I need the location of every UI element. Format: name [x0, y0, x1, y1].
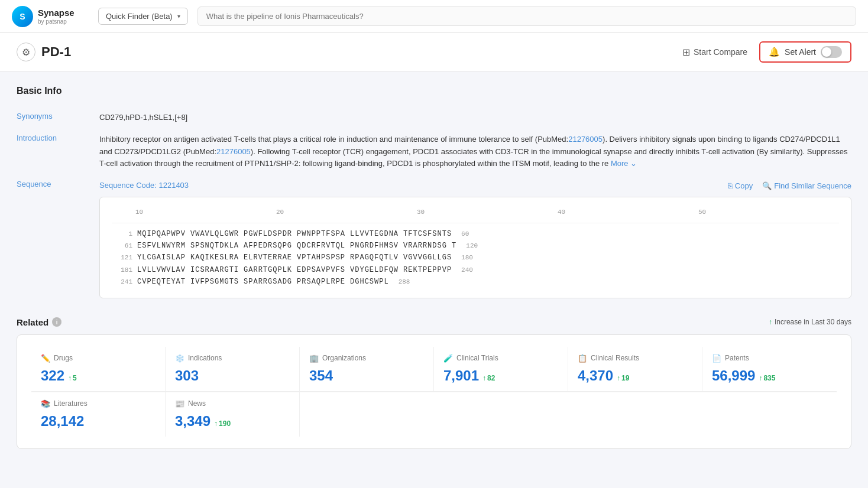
page-icon: ⚙: [17, 43, 35, 61]
copy-button[interactable]: ⎘ Copy: [728, 181, 753, 190]
sequence-label: Sequence: [17, 175, 99, 302]
find-similar-button[interactable]: 🔍 Find Similar Sequence: [762, 181, 851, 190]
find-similar-icon: 🔍: [762, 181, 772, 190]
brand-sub: by patsnap: [38, 18, 75, 25]
seq-row-5: 241 CVPEQTEYAT IVFPSGMGTS SPARRGSADG PRS…: [112, 276, 839, 288]
main-content: Basic Info Synonyms CD279,hPD-1,hSLE1,[+…: [0, 71, 868, 488]
pubmed-link-1[interactable]: 21276005: [568, 135, 603, 144]
indications-count: 303: [175, 367, 199, 384]
related-section: Related i ↑ Increase in Last 30 days ✏️ …: [17, 317, 851, 449]
clinical-results-label: Clinical Results: [591, 354, 639, 362]
synonyms-label: Synonyms: [17, 107, 99, 129]
clinical-trials-label: Clinical Trials: [456, 354, 498, 362]
arrow-icon: ↑: [617, 374, 620, 382]
pubmed-link-2[interactable]: 21276005: [216, 147, 251, 156]
start-compare-label: Start Compare: [694, 47, 747, 57]
sequence-row: Sequence Sequence Code: 1221403 ⎘ Copy 🔍…: [17, 175, 851, 302]
header-actions: ⊞ Start Compare 🔔 Set Alert: [682, 41, 851, 63]
organizations-icon: 🏢: [309, 354, 319, 363]
bell-icon: 🔔: [769, 47, 780, 57]
set-alert-area[interactable]: 🔔 Set Alert: [759, 41, 851, 63]
literatures-count: 28,142: [41, 413, 84, 430]
page-title-area: ⚙ PD-1: [17, 43, 71, 61]
drugs-count: 322: [41, 367, 64, 384]
related-item-literatures[interactable]: 📚 Literatures 28,142: [31, 392, 166, 437]
organizations-label: Organizations: [322, 354, 366, 362]
related-item-clinical-trials[interactable]: 🧪 Clinical Trials 7,901 ↑82: [434, 347, 568, 391]
page-title: PD-1: [41, 44, 71, 60]
news-icon: 📰: [175, 399, 184, 408]
info-icon[interactable]: i: [52, 317, 61, 327]
related-item-patents[interactable]: 📄 Patents 56,999 ↑835: [702, 347, 837, 391]
arrow-icon: ↑: [214, 419, 218, 428]
chevron-down-icon: ▾: [177, 13, 180, 19]
top-nav: S Synapse by patsnap Quick Finder (Beta)…: [0, 0, 868, 33]
synapse-logo[interactable]: S: [12, 6, 33, 27]
related-title-area: Related i: [17, 317, 61, 327]
clinical-results-count: 4,370: [578, 367, 613, 384]
related-item-indications[interactable]: ❄️ Indications 303: [166, 347, 300, 391]
quick-finder-label: Quick Finder (Beta): [106, 12, 173, 21]
compare-icon: ⊞: [682, 47, 690, 58]
arrow-up-icon: ↑: [769, 318, 772, 326]
copy-label: Copy: [735, 181, 753, 190]
increase-label-text: Increase in Last 30 days: [775, 318, 851, 326]
increase-label: ↑ Increase in Last 30 days: [769, 318, 851, 326]
related-item-news[interactable]: 📰 News 3,349 ↑190: [166, 392, 300, 437]
organizations-count: 354: [309, 367, 333, 384]
drugs-icon: ✏️: [41, 354, 50, 363]
clinical-trials-increase: ↑82: [482, 374, 495, 382]
set-alert-label: Set Alert: [785, 47, 816, 57]
seq-row-1: 1 MQIPQAPWPV VWAVLQLGWR PGWFLDSPDR PWNPP…: [112, 228, 839, 240]
more-link[interactable]: More: [611, 159, 629, 168]
literatures-label: Literatures: [54, 399, 88, 408]
brand-name: Synapse: [38, 8, 75, 18]
quick-finder-dropdown[interactable]: Quick Finder (Beta) ▾: [98, 8, 188, 25]
sequence-code-link[interactable]: Sequence Code: 1221403: [99, 180, 189, 192]
basic-info-title: Basic Info: [17, 86, 851, 96]
copy-icon: ⎘: [728, 181, 733, 190]
related-item-clinical-results[interactable]: 📋 Clinical Results 4,370 ↑19: [568, 347, 702, 391]
clinical-results-icon: 📋: [578, 354, 587, 363]
literatures-icon: 📚: [41, 399, 50, 408]
global-search-input[interactable]: [197, 6, 856, 26]
sequence-actions: ⎘ Copy 🔍 Find Similar Sequence: [728, 181, 851, 190]
start-compare-button[interactable]: ⊞ Start Compare: [682, 47, 747, 58]
sequence-label-row: Sequence Code: 1221403 ⎘ Copy 🔍 Find Sim…: [99, 180, 851, 192]
arrow-icon: ↑: [68, 374, 72, 382]
seq-row-4: 181 LVLLVWVLAV ICSRAARGTI GARRTGQPLK EDP…: [112, 264, 839, 276]
set-alert-toggle[interactable]: [821, 46, 842, 58]
indications-icon: ❄️: [175, 354, 184, 363]
clinical-trials-count: 7,901: [443, 367, 479, 384]
sequence-box: 10 20 30 40 50 1 MQIPQAPWPV VWAVLQLGWR: [99, 197, 851, 298]
basic-info-table: Synonyms CD279,hPD-1,hSLE1,[+8] Introduc…: [17, 107, 851, 303]
indications-label: Indications: [188, 354, 222, 362]
page-header: ⚙ PD-1 ⊞ Start Compare 🔔 Set Alert: [0, 33, 868, 71]
drugs-label: Drugs: [54, 354, 73, 362]
patents-count: 56,999: [712, 367, 755, 384]
logo-area: S Synapse by patsnap: [12, 6, 89, 27]
seq-row-3: 121 YLCGAISLAP KAQIKESLRA ELRVTERRAE VPT…: [112, 252, 839, 263]
news-label: News: [188, 399, 206, 408]
basic-info-section: Basic Info Synonyms CD279,hPD-1,hSLE1,[+…: [17, 86, 851, 303]
patents-increase: ↑835: [759, 374, 775, 382]
expand-icon[interactable]: ⌄: [630, 159, 637, 168]
introduction-label: Introduction: [17, 129, 99, 175]
related-item-organizations[interactable]: 🏢 Organizations 354: [300, 347, 434, 391]
introduction-row: Introduction Inhibitory receptor on anti…: [17, 129, 851, 175]
introduction-value: Inhibitory receptor on antigen activated…: [99, 129, 851, 175]
clinical-trials-icon: 🧪: [443, 354, 453, 363]
patents-label: Patents: [725, 354, 749, 362]
related-header: Related i ↑ Increase in Last 30 days: [17, 317, 851, 327]
news-count: 3,349: [175, 413, 210, 430]
logo-text: Synapse by patsnap: [38, 8, 75, 25]
sequence-content: Sequence Code: 1221403 ⎘ Copy 🔍 Find Sim…: [99, 175, 851, 302]
clinical-results-increase: ↑19: [617, 374, 629, 382]
related-grid-bottom: 📚 Literatures 28,142 📰 News 3,349 ↑190: [31, 392, 837, 437]
related-title: Related: [17, 317, 48, 327]
arrow-icon: ↑: [759, 374, 762, 382]
related-item-drugs[interactable]: ✏️ Drugs 322 ↑5: [31, 347, 166, 391]
news-increase: ↑190: [214, 419, 231, 428]
patents-icon: 📄: [712, 354, 721, 363]
find-similar-label: Find Similar Sequence: [774, 181, 851, 190]
